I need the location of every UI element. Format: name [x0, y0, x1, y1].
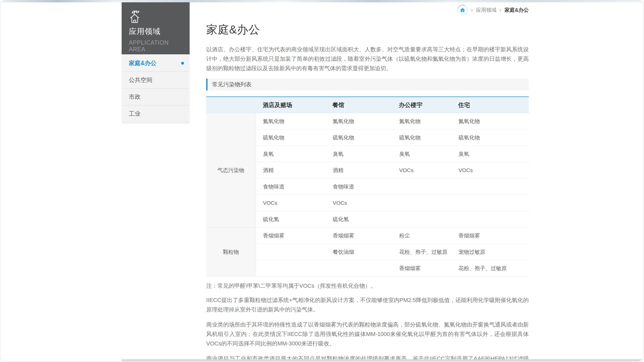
- table-cell: 氮氧化物: [256, 118, 326, 125]
- table-group-0: 气态污染物氮氧化物氮氧化物氮氧化物氮氧化物硫氧化物硫氧化物硫氧化物硫氧化物臭氧臭…: [206, 113, 529, 227]
- table-cell: 餐饮油烟: [326, 248, 392, 256]
- section-title: 常见污染物列表: [212, 81, 251, 88]
- sidebar-subtitle: APPLICATION AREA: [129, 39, 183, 53]
- table-cell: 香烟烟雾: [256, 232, 326, 239]
- intro-paragraph: 以酒店、办公楼宇、住宅为代表的商业领域呈现出区域面积大、人数多、对空气质量要求高…: [206, 45, 529, 73]
- table-row: 臭氧臭氧臭氧臭氧: [256, 146, 529, 162]
- sidebar-item-public-space[interactable]: 公共空间: [122, 72, 190, 89]
- table-row: 酒精酒精VOCsVOCs: [256, 162, 529, 178]
- table-row: 餐饮油烟花粉、孢子、过敏原宠物过敏原: [256, 244, 529, 260]
- active-dot-icon: [181, 62, 184, 65]
- table-cell: 硫化氢: [326, 216, 392, 223]
- table-cell: 臭氧: [256, 150, 326, 158]
- breadcrumb-item-current: 家庭&办公: [505, 7, 529, 14]
- body-paragraph-2: 商业类的场所由于其环境的特殊性造成了以香烟烟雾为代表的颗粒物浓度偏高，部分硫氧化…: [206, 320, 529, 348]
- leaf-house-icon: [129, 10, 183, 23]
- page: 应用领域 APPLICATION AREA 家庭&办公公共空间市政工业 › 应用…: [0, 0, 643, 361]
- table-cell: 食物味道: [326, 183, 392, 190]
- table-row: 硫化氢硫化氢: [256, 211, 529, 227]
- table-cell: VOCs: [326, 200, 392, 206]
- sidebar-item-industry[interactable]: 工业: [122, 105, 190, 122]
- table-row: 硫氧化物硫氧化物硫氧化物硫氧化物: [256, 129, 529, 146]
- table-cell: 硫氧化物: [451, 134, 529, 141]
- table-cell: 香烟烟雾: [451, 232, 529, 239]
- home-icon[interactable]: [457, 5, 468, 15]
- sidebar-item-label: 公共空间: [129, 76, 152, 84]
- sidebar-item-label: 工业: [129, 110, 141, 118]
- sidebar-item-home-office[interactable]: 家庭&办公: [122, 55, 190, 72]
- table-cell: 硫化氢: [256, 216, 326, 223]
- sidebar: 应用领域 APPLICATION AREA 家庭&办公公共空间市政工业: [122, 2, 190, 124]
- table-group-label: 颗粒物: [206, 227, 256, 276]
- table-cell: 硫氧化物: [326, 134, 392, 141]
- table-cell: 臭氧: [326, 150, 392, 158]
- table-cell: 酒精: [256, 167, 326, 174]
- table-row: 香烟烟雾香烟烟雾粉尘香烟烟雾: [256, 227, 529, 244]
- table-cell: 臭氧: [392, 150, 451, 158]
- section-header: 常见污染物列表: [206, 79, 529, 90]
- table-cell: 花粉、孢子、过敏原: [451, 265, 529, 272]
- sidebar-item-label: 家庭&办公: [129, 59, 157, 67]
- table-column-header: 住宅: [451, 101, 529, 109]
- table-note: 注：常见的甲醛\甲苯\二甲苯等均属于VOCs（挥发性有机化合物）。: [206, 282, 529, 290]
- table-cell: 香烟烟雾: [326, 232, 392, 239]
- banner-bottom-edge: [0, 0, 643, 2]
- table-row: 香烟烟雾花粉、孢子、过敏原: [256, 260, 529, 276]
- table-cell: 酒精: [326, 167, 392, 174]
- table-cell: 臭氧: [451, 150, 529, 158]
- footer-edge: [122, 359, 643, 361]
- chevron-right-icon: ›: [500, 7, 502, 13]
- table-group-label: 气态污染物: [206, 113, 256, 227]
- table-cell: 香烟烟雾: [392, 265, 451, 272]
- sidebar-header: 应用领域 APPLICATION AREA: [122, 2, 190, 54]
- table-row: 食物味道食物味道: [256, 178, 529, 195]
- table-row: 氮氧化物氮氧化物氮氧化物氮氧化物: [256, 113, 529, 129]
- sidebar-item-label: 市政: [129, 93, 141, 101]
- table-cell: 宠物过敏原: [451, 248, 529, 256]
- table-group-rows: 氮氧化物氮氧化物氮氧化物氮氧化物硫氧化物硫氧化物硫氧化物硫氧化物臭氧臭氧臭氧臭氧…: [256, 113, 529, 227]
- table-cell: 氮氧化物: [326, 118, 392, 125]
- pollutant-table: 酒店及赌场餐馆办公楼宇住宅气态污染物氮氧化物氮氧化物氮氧化物氮氧化物硫氧化物硫氧…: [206, 96, 529, 276]
- sidebar-menu: 家庭&办公公共空间市政工业: [122, 54, 190, 124]
- page-title: 家庭&办公: [206, 22, 529, 37]
- chevron-right-icon: ›: [471, 7, 473, 13]
- table-column-header: 酒店及赌场: [256, 101, 325, 109]
- table-cell: VOCs: [392, 167, 451, 173]
- breadcrumb: › 应用领域 › 家庭&办公: [206, 4, 529, 16]
- table-cell: 氮氧化物: [392, 118, 451, 125]
- body-paragraph-1: IIECC提出了多重颗粒物过滤系统+气相净化的新风设计方案，不仅能够使室内PM2…: [206, 295, 529, 314]
- table-cell: 粉尘: [392, 232, 451, 239]
- main-content: › 应用领域 › 家庭&办公 家庭&办公 以酒店、办公楼宇、住宅为代表的商业领域…: [206, 2, 529, 361]
- table-cell: 硫氧化物: [392, 134, 451, 141]
- table-group-1: 颗粒物香烟烟雾香烟烟雾粉尘香烟烟雾餐饮油烟花粉、孢子、过敏原宠物过敏原香烟烟雾花…: [206, 227, 529, 276]
- table-column-header: 餐馆: [325, 101, 392, 109]
- table-header-row: 酒店及赌场餐馆办公楼宇住宅: [206, 97, 529, 113]
- table-cell: 花粉、孢子、过敏原: [392, 248, 451, 256]
- table-column-header: 办公楼宇: [392, 101, 451, 109]
- sidebar-item-municipal[interactable]: 市政: [122, 89, 190, 105]
- table-group-rows: 香烟烟雾香烟烟雾粉尘香烟烟雾餐饮油烟花粉、孢子、过敏原宠物过敏原香烟烟雾花粉、孢…: [256, 227, 529, 276]
- table-cell: VOCs: [256, 200, 326, 206]
- sidebar-title: 应用领域: [129, 26, 183, 37]
- table-cell: 食物味道: [256, 183, 326, 190]
- breadcrumb-item-application-area[interactable]: 应用领域: [476, 7, 497, 14]
- table-cell: VOCs: [451, 167, 529, 173]
- table-cell: 硫氧化物: [256, 134, 326, 141]
- table-row: VOCsVOCs: [256, 195, 529, 211]
- table-cell: 氮氧化物: [451, 118, 529, 125]
